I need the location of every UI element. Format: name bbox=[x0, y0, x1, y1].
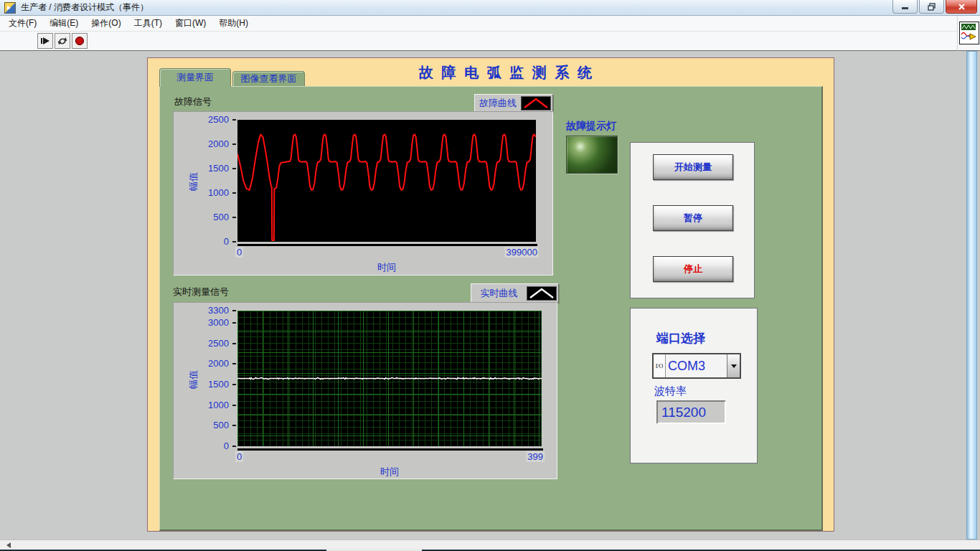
window-controls bbox=[891, 0, 977, 14]
realtime-curve-icon bbox=[527, 287, 556, 300]
abort-button[interactable] bbox=[72, 33, 88, 49]
y-tick-label: 500 bbox=[174, 212, 229, 222]
window-title: 生产者 / 消费者设计模式（事件） bbox=[21, 1, 149, 14]
menu-item-0[interactable]: 文件(F) bbox=[2, 15, 43, 32]
y-tick-mark bbox=[232, 217, 236, 218]
scroll-left-button[interactable] bbox=[3, 541, 14, 550]
y-tick-mark bbox=[232, 168, 236, 169]
window-titlebar: 生产者 / 消费者设计模式（事件） bbox=[0, 0, 980, 16]
close-button[interactable] bbox=[946, 0, 977, 14]
pause-button[interactable]: 暂停 bbox=[653, 205, 733, 231]
continuous-run-button[interactable] bbox=[55, 33, 70, 49]
x-tick-label-min: 0 bbox=[235, 451, 243, 462]
y-tick-label: 1500 bbox=[174, 164, 229, 174]
realtime-chart-title: 实时测量信号 bbox=[173, 286, 229, 298]
main-frame-panel: 测量界面 图像查看界面 故 障 电 弧 监 测 系 统 故障信号 故障曲线 25… bbox=[147, 57, 834, 532]
com-port-value: COM3 bbox=[666, 354, 727, 377]
fault-chart-title: 故障信号 bbox=[174, 95, 212, 108]
tab-measure-label: 测量界面 bbox=[176, 72, 214, 83]
y-tick-mark bbox=[232, 310, 236, 311]
y-tick-mark bbox=[232, 405, 236, 406]
tab-image-view[interactable]: 图像查看界面 bbox=[232, 71, 305, 87]
y-tick-mark bbox=[232, 363, 236, 364]
vi-icon-block bbox=[957, 16, 980, 51]
realtime-signal-plot[interactable] bbox=[237, 311, 542, 446]
realtime-chart-legend[interactable]: 实时曲线 bbox=[471, 283, 559, 303]
vi-icon[interactable] bbox=[959, 22, 979, 44]
y-tick-label: 2500 bbox=[174, 339, 229, 349]
y-tick-mark bbox=[232, 143, 236, 145]
baud-rate-value: 115200 bbox=[658, 405, 706, 420]
y-tick-mark bbox=[232, 446, 236, 447]
menu-item-1[interactable]: 编辑(E) bbox=[43, 15, 85, 32]
abort-icon bbox=[74, 35, 85, 47]
y-axis-caption: 幅值 bbox=[187, 365, 200, 394]
x-tick-label-min: 0 bbox=[235, 247, 243, 258]
y-tick-mark bbox=[232, 384, 236, 385]
x-tick-label-max: 399000 bbox=[505, 247, 539, 258]
y-tick-label: 500 bbox=[174, 420, 229, 430]
y-tick-label: 1000 bbox=[174, 188, 229, 198]
restore-icon bbox=[928, 3, 936, 11]
x-axis-caption: 时间 bbox=[237, 261, 536, 274]
fault-indicator-led bbox=[566, 136, 618, 174]
start-measure-button[interactable]: 开始测量 bbox=[653, 154, 733, 180]
y-tick-label: 1000 bbox=[174, 400, 229, 410]
baud-rate-label: 波特率 bbox=[654, 385, 687, 398]
vertical-scrollbar[interactable] bbox=[966, 51, 977, 540]
menu-item-2[interactable]: 操作(O) bbox=[85, 15, 127, 32]
fault-signal-chart: 250020001500100050000399000时间幅值 bbox=[173, 111, 553, 276]
fault-indicator-label: 故障提示灯 bbox=[566, 120, 616, 133]
y-tick-label: 3000 bbox=[174, 318, 229, 328]
y-tick-mark bbox=[232, 241, 236, 242]
y-tick-mark bbox=[232, 322, 236, 324]
baud-rate-field[interactable]: 115200 bbox=[656, 400, 726, 424]
labview-app-icon bbox=[4, 2, 16, 14]
tab-image-label: 图像查看界面 bbox=[241, 73, 297, 84]
fault-chart-legend[interactable]: 故障曲线 bbox=[474, 94, 553, 113]
run-arrow-icon bbox=[39, 35, 51, 47]
menu-bar: 文件(F)编辑(E)操作(O)工具(T)窗口(W)帮助(H) bbox=[0, 16, 957, 32]
y-tick-label: 1500 bbox=[174, 380, 229, 390]
realtime-signal-chart: 33003000250020001500100050000399时间幅值 bbox=[173, 302, 557, 479]
restore-button[interactable] bbox=[919, 0, 944, 14]
close-icon bbox=[958, 3, 966, 11]
x-tick-label-max: 399 bbox=[526, 451, 545, 462]
combo-dropdown-button[interactable] bbox=[727, 354, 740, 377]
x-axis-caption: 时间 bbox=[237, 466, 542, 479]
y-tick-label: 2500 bbox=[174, 115, 229, 125]
io-glyph: I/O bbox=[654, 354, 666, 377]
horizontal-scrollbar[interactable] bbox=[0, 540, 980, 550]
page-title: 故 障 电 弧 监 测 系 统 bbox=[356, 63, 657, 83]
y-tick-label: 3300 bbox=[174, 306, 229, 316]
fault-legend-swatch bbox=[521, 96, 551, 110]
stop-button[interactable]: 停止 bbox=[653, 256, 733, 282]
scroll-left-icon bbox=[6, 542, 11, 548]
realtime-series bbox=[237, 311, 542, 446]
control-buttons-panel: 开始测量 暂停 停止 bbox=[630, 142, 755, 298]
realtime-legend-label: 实时曲线 bbox=[471, 287, 527, 300]
y-tick-mark bbox=[232, 119, 236, 121]
fault-signal-plot[interactable] bbox=[237, 120, 536, 242]
vi-waveform-icon bbox=[960, 22, 977, 42]
toolbar bbox=[0, 32, 957, 51]
y-tick-label: 0 bbox=[174, 237, 229, 247]
tab-measure[interactable]: 测量界面 bbox=[159, 68, 231, 87]
y-tick-mark bbox=[232, 192, 236, 194]
y-tick-mark bbox=[232, 425, 236, 426]
visa-resource-combo[interactable]: I/O COM3 bbox=[652, 353, 741, 379]
run-button[interactable] bbox=[37, 33, 53, 49]
fault-legend-label: 故障曲线 bbox=[475, 97, 521, 110]
fault-curve-icon bbox=[522, 97, 550, 110]
menu-item-3[interactable]: 工具(T) bbox=[128, 15, 169, 32]
y-tick-label: 2000 bbox=[174, 359, 229, 369]
menu-item-4[interactable]: 窗口(W) bbox=[169, 15, 212, 32]
minimize-icon bbox=[902, 3, 909, 10]
y-tick-label: 0 bbox=[174, 441, 229, 451]
menu-item-5[interactable]: 帮助(H) bbox=[212, 15, 255, 32]
chevron-down-icon bbox=[731, 364, 737, 368]
fault-x-axis bbox=[237, 244, 537, 246]
port-select-heading: 端口选择 bbox=[656, 330, 705, 347]
minimize-button[interactable] bbox=[892, 0, 918, 14]
measure-tab-page: 故障信号 故障曲线 250020001500100050000399000时间幅… bbox=[159, 86, 823, 531]
